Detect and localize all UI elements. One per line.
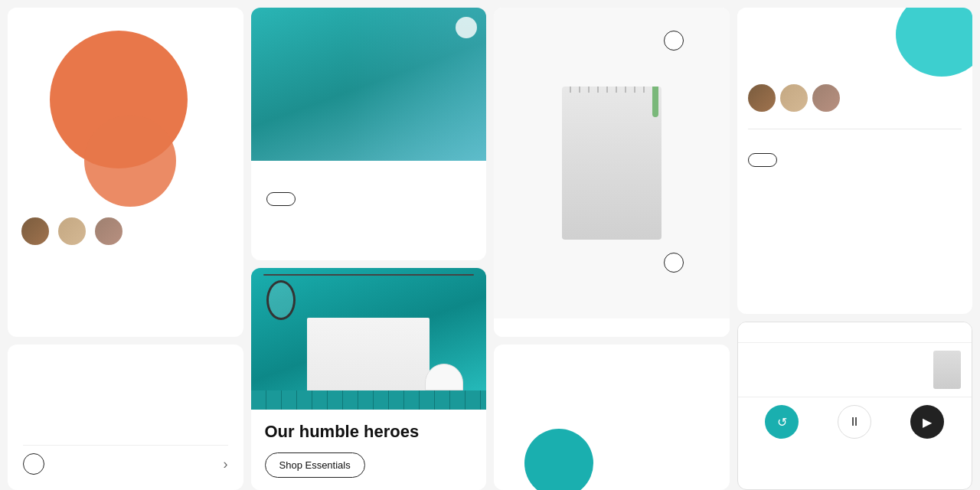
pause-button[interactable] xyxy=(456,17,477,38)
guest-bathroom-card: ↺ ⏸ ▶ xyxy=(737,322,973,490)
reorder-button[interactable]: ↺ xyxy=(765,405,799,439)
next-button[interactable]: ▶ xyxy=(910,405,944,439)
teal-circle-decoration xyxy=(896,8,972,77)
teal-circle-decoration xyxy=(524,429,593,490)
essentials-card xyxy=(251,8,487,260)
circles-decoration xyxy=(8,8,243,207)
avatar xyxy=(780,84,808,112)
responsible-intro xyxy=(23,360,228,366)
avatar-group-right xyxy=(737,84,973,118)
guest-actions: ↺ ⏸ ▶ xyxy=(738,397,972,446)
use-row[interactable]: › xyxy=(23,445,228,475)
badge-2 xyxy=(664,253,684,273)
nester-info-right xyxy=(737,118,973,129)
replen-product-card xyxy=(494,8,730,337)
replen-info xyxy=(494,318,730,337)
essentials-body xyxy=(251,161,487,260)
heroes-card: Our humble heroes Shop Essentials xyxy=(251,268,487,490)
product-image-area xyxy=(494,8,730,318)
pause-action-button[interactable]: ⏸ xyxy=(838,405,871,439)
pause-icon: ⏸ xyxy=(848,415,861,429)
shower-liner-image xyxy=(562,87,662,240)
nester-card xyxy=(8,8,243,337)
essentials-image xyxy=(251,8,487,161)
replen-plans-card xyxy=(494,345,730,490)
avatar xyxy=(20,216,51,247)
badge-1 xyxy=(664,31,684,51)
next-icon: ▶ xyxy=(923,415,932,430)
heroes-text: Our humble heroes Shop Essentials xyxy=(251,410,487,490)
shop-essentials-button[interactable]: Shop Essentials xyxy=(265,452,365,478)
responsible-card: › xyxy=(8,345,243,490)
heroes-image xyxy=(251,268,487,410)
reorder-icon: ↺ xyxy=(777,415,787,430)
guest-product-image xyxy=(933,351,961,389)
teal-circle-area xyxy=(737,8,973,84)
chevron-right-icon: › xyxy=(224,456,228,472)
heroes-title: Our humble heroes xyxy=(265,422,473,442)
avatar xyxy=(812,84,840,112)
nester-info xyxy=(8,251,32,266)
orange-circle-small xyxy=(84,115,176,207)
avatar xyxy=(748,84,776,112)
avatar xyxy=(93,216,124,247)
avatar xyxy=(57,216,87,247)
avatar-group xyxy=(8,207,136,251)
shop-now-button[interactable] xyxy=(266,192,296,206)
guest-header xyxy=(738,322,972,342)
faq-button[interactable] xyxy=(748,153,777,167)
divider xyxy=(748,129,962,129)
command-section xyxy=(737,140,973,178)
guest-product-row xyxy=(738,342,972,397)
use-badge xyxy=(23,453,44,475)
nester-right-card xyxy=(737,8,973,314)
